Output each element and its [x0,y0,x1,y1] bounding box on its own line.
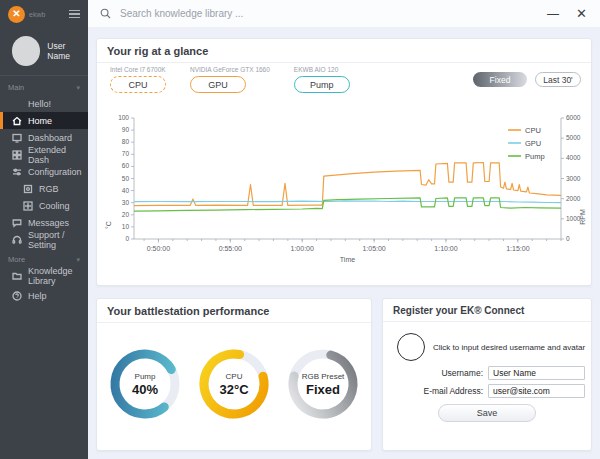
svg-text:0: 0 [566,235,570,242]
chart-mode-buttons: Fixed Last 30' [473,72,581,87]
device-chips: Intel Core i7 6700K CPU NVIDIA GeForce G… [110,66,350,93]
chevron-down-icon: ▾ [76,84,80,92]
cpu-chip[interactable]: CPU [110,76,166,93]
sidebar-item-extended-dash[interactable]: Extended Dash [0,146,88,163]
sidebar: ✕ ekwb User Name Main ▾ Hello! Home [0,0,88,459]
register-panel-title: Register your EK® Connect [383,299,591,321]
sidebar-item-cooling[interactable]: Cooling [0,197,88,214]
dashboard-icon [11,132,22,143]
sidebar-item-label: Dashboard [28,133,72,143]
divider [97,62,591,63]
performance-panel-title: Your battlestation performance [97,299,371,322]
svg-text:50: 50 [122,175,130,182]
monitoring-chart: 0102030405060708090100010002000300040005… [101,99,589,283]
sidebar-item-dashboard[interactable]: Dashboard [0,129,88,146]
svg-text:90: 90 [122,126,130,133]
svg-text:60: 60 [122,162,130,169]
svg-text:GPU: GPU [525,139,541,148]
app-window: ✕ ekwb User Name Main ▾ Hello! Home [0,0,600,459]
svg-text:Pump: Pump [525,152,545,161]
last-30-button[interactable]: Last 30' [535,72,581,87]
device-cpu: Intel Core i7 6700K CPU [110,66,166,93]
pump-device-name: EKWB AIO 120 [294,66,350,73]
svg-text:30: 30 [122,199,130,206]
register-panel: Register your EK® Connect Click to input… [382,298,592,451]
help-icon [11,290,22,301]
svg-text:6000: 6000 [566,114,581,121]
save-button[interactable]: Save [438,404,536,422]
username-row: Username: [391,366,585,380]
search-icon [100,8,111,19]
rgb-preset-gauge: RGB Preset Fixed [280,341,366,427]
svg-text:RPM: RPM [579,209,586,225]
gauges: Pump 40% CPU 32°C RGB Preset Fixed [97,341,371,427]
username-field[interactable] [488,366,585,380]
svg-text:0:55:00: 0:55:00 [219,245,242,252]
svg-text:1:00:00: 1:00:00 [291,245,314,252]
svg-text:Time: Time [340,256,355,263]
sidebar-section-main[interactable]: Main ▾ [0,76,88,95]
hamburger-menu-icon[interactable] [69,10,80,19]
avatar-upload-circle[interactable] [397,333,425,361]
more-section-label: More [8,255,25,264]
sidebar-item-label: Home [28,116,52,126]
sidebar-section-more[interactable]: More ▾ [0,248,88,267]
svg-text:4000: 4000 [566,154,581,161]
svg-text:°C: °C [105,221,112,229]
topbar: — ✕ [88,0,600,28]
chat-bubble-icon [11,217,22,228]
sidebar-item-support-setting[interactable]: Support / Setting [0,231,88,248]
sidebar-user[interactable]: User Name [0,28,88,76]
pump-gauge: Pump 40% [102,341,188,427]
user-name-label: User Name [47,41,88,61]
svg-text:1:05:00: 1:05:00 [362,245,385,252]
pump-chip[interactable]: Pump [294,76,350,93]
performance-panel: Your battlestation performance Pump 40% … [96,298,372,451]
sidebar-item-label: Configuration [28,167,82,177]
svg-text:80: 80 [122,138,130,145]
email-field[interactable] [488,384,585,398]
minimize-button[interactable]: — [547,8,559,20]
gauge-value: Fixed [280,382,366,397]
headset-icon [11,234,22,245]
fixed-mode-button[interactable]: Fixed [473,72,527,87]
svg-text:1:15:00: 1:15:00 [506,245,529,252]
folder-icon [11,270,22,281]
svg-text:1:10:00: 1:10:00 [434,245,457,252]
gpu-chip[interactable]: GPU [190,76,246,93]
email-label: E-mail Address: [423,386,483,396]
svg-text:10: 10 [122,223,130,230]
sidebar-item-label: RGB [39,184,59,194]
chevron-down-icon: ▾ [76,256,80,264]
sidebar-item-label: Messages [28,218,69,228]
svg-text:2000: 2000 [566,195,581,202]
cpu-gauge: CPU 32°C [191,341,277,427]
sidebar-item-help[interactable]: Help [0,287,88,304]
svg-text:3000: 3000 [566,175,581,182]
sidebar-item-rgb[interactable]: RGB [0,180,88,197]
sidebar-item-home[interactable]: Home [0,112,88,129]
rig-panel-title: Your rig at a glance [97,39,591,62]
close-button[interactable]: ✕ [576,7,587,20]
gauge-label: RGB Preset [280,372,366,381]
divider [97,322,371,323]
grid-icon [11,149,22,160]
svg-text:0: 0 [125,235,129,242]
sidebar-item-messages[interactable]: Messages [0,214,88,231]
svg-text:CPU: CPU [525,126,541,135]
rig-panel: Your rig at a glance Intel Core i7 6700K… [96,38,592,286]
gauge-label: Pump [102,372,188,381]
svg-text:40: 40 [122,187,130,194]
sidebar-item-knowledge-library[interactable]: Knowledge Library [0,267,88,284]
user-avatar[interactable] [12,36,40,66]
gpu-device-name: NVIDIA GeForce GTX 1660 [190,66,270,73]
sidebar-item-label: Hello! [28,99,51,109]
sidebar-item-configuration[interactable]: Configuration [0,163,88,180]
sidebar-header: ✕ ekwb [0,0,88,28]
sidebar-item-hello[interactable]: Hello! [0,95,88,112]
search-input[interactable] [118,7,547,20]
main-section-label: Main [8,83,24,92]
divider [383,321,591,322]
fan-icon [22,200,33,211]
svg-text:100: 100 [118,114,129,121]
